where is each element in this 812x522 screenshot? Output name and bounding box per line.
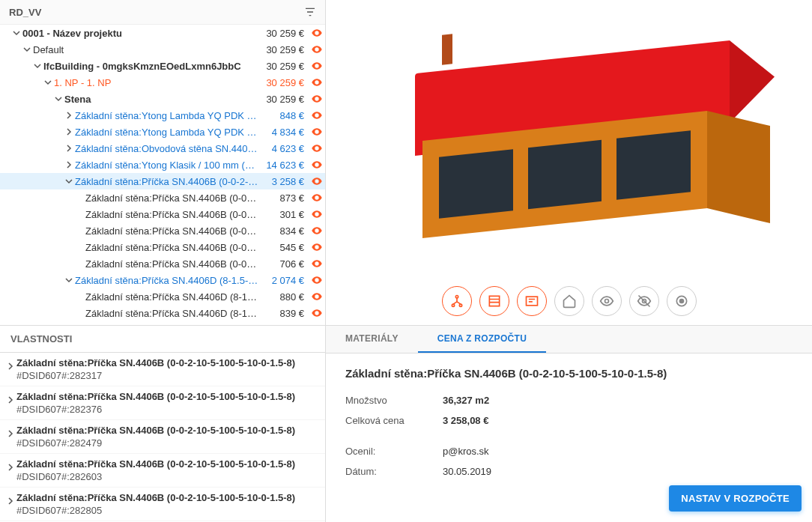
tree-price: 30 259 € xyxy=(262,61,309,72)
tree-row[interactable]: Základní stěna:Příčka SN.4406B (0-0-2-10… xyxy=(0,189,325,206)
tree-spacer xyxy=(73,291,85,303)
chevron-right-icon[interactable] xyxy=(63,126,75,138)
visibility-icon[interactable] xyxy=(309,43,325,56)
chevron-down-icon[interactable] xyxy=(63,175,75,187)
svg-point-6 xyxy=(316,131,318,133)
tree-panel: RD_VV 0001 - Název projektu30 259 €Defau… xyxy=(0,0,326,326)
visibility-icon[interactable] xyxy=(309,290,325,303)
chevron-right-icon[interactable] xyxy=(4,391,16,403)
svg-point-4 xyxy=(316,98,318,100)
properties-header: VLASTNOSTI xyxy=(0,326,325,353)
viewer-canvas[interactable] xyxy=(326,0,812,277)
tool-home-icon[interactable] xyxy=(554,286,584,316)
tree-row[interactable]: Základní stěna:Příčka SN.4406B (0-0-2-10… xyxy=(0,255,325,272)
tree-label: 1. NP - 1. NP xyxy=(54,77,262,88)
visibility-icon[interactable] xyxy=(309,191,325,204)
visibility-icon[interactable] xyxy=(309,59,325,73)
chevron-right-icon[interactable] xyxy=(4,458,16,470)
visibility-icon[interactable] xyxy=(309,26,325,40)
tree-spacer xyxy=(73,241,85,253)
svg-point-0 xyxy=(316,32,318,34)
visibility-icon[interactable] xyxy=(309,158,325,172)
property-row[interactable]: Základní stěna:Příčka SN.4406B (0-0-2-10… xyxy=(0,454,325,488)
tree-row[interactable]: Základní stěna:Ytong Lambda YQ PDK / 450… xyxy=(0,124,325,140)
property-row[interactable]: Základní stěna:Příčka SN.4406B (0-0-2-10… xyxy=(0,386,325,420)
visibility-icon[interactable] xyxy=(309,76,325,89)
svg-point-13 xyxy=(316,246,318,249)
visibility-icon[interactable] xyxy=(309,109,325,122)
tree-spacer xyxy=(73,307,85,319)
tree-row[interactable]: 1. NP - 1. NP30 259 € xyxy=(0,74,325,91)
tree-row[interactable]: Základní stěna:Ytong Klasik / 100 mm (8-… xyxy=(0,157,325,173)
chevron-down-icon[interactable] xyxy=(10,27,22,39)
property-row[interactable]: Základní stěna:Příčka SN.4406B (0-0-2-10… xyxy=(0,353,325,386)
chevron-right-icon[interactable] xyxy=(63,109,75,121)
tree-label: Základní stěna:Obvodová stěna SN.4401E (… xyxy=(75,143,262,154)
property-title: Základní stěna:Příčka SN.4406B (0-0-2-10… xyxy=(16,425,321,437)
svg-point-19 xyxy=(452,304,454,306)
tree-row[interactable]: Základní stěna:Příčka SN.4406B (0-0-2-10… xyxy=(0,239,325,255)
chevron-down-icon[interactable] xyxy=(21,43,33,55)
detail-tabs: MATERIÁLY CENA Z ROZPOČTU xyxy=(326,326,812,353)
svg-point-12 xyxy=(316,230,318,232)
chevron-right-icon[interactable] xyxy=(63,142,75,154)
tree-row[interactable]: Základní stěna:Příčka SN.4406D (8-1.5-0-… xyxy=(0,272,325,288)
tree-row[interactable]: Základní stěna:Ytong Lambda YQ PDK / 450… xyxy=(0,107,325,124)
visibility-icon[interactable] xyxy=(309,125,325,139)
tree-title: RD_VV xyxy=(9,7,41,18)
tree-price: 873 € xyxy=(262,192,309,204)
chevron-down-icon[interactable] xyxy=(63,274,75,286)
visibility-icon[interactable] xyxy=(309,224,325,237)
svg-rect-21 xyxy=(489,296,499,306)
property-row[interactable]: Základní stěna:Příčka SN.4406B (0-0-2-10… xyxy=(0,488,325,521)
tree-row[interactable]: Základní stěna:Obvodová stěna SN.4401E (… xyxy=(0,140,325,157)
chevron-right-icon[interactable] xyxy=(4,492,16,504)
tab-materials[interactable]: MATERIÁLY xyxy=(326,326,418,353)
tool-list-icon[interactable] xyxy=(479,286,509,316)
property-row[interactable]: Základní stěna:Příčka SN.4406B (0-0-2-10… xyxy=(0,420,325,454)
tool-show-icon[interactable] xyxy=(592,286,622,316)
chevron-right-icon[interactable] xyxy=(4,357,16,369)
tree-row[interactable]: Základní stěna:Příčka SN.4406D (8-1.5-0-… xyxy=(0,288,325,305)
tree-label: Základní stěna:Příčka SN.4406D (8-1.5-0-… xyxy=(75,275,262,286)
visibility-icon[interactable] xyxy=(309,207,325,221)
filter-icon[interactable] xyxy=(304,6,316,18)
viewer-panel xyxy=(326,0,812,326)
chevron-right-icon[interactable] xyxy=(4,425,16,437)
tree-row[interactable]: IfcBuilding - 0mgksKmznEOedLxmn6JbbC30 2… xyxy=(0,58,325,74)
tool-detail-icon[interactable] xyxy=(517,286,547,316)
visibility-icon[interactable] xyxy=(309,273,325,287)
visibility-icon[interactable] xyxy=(309,174,325,188)
set-in-budget-button[interactable]: NASTAV V ROZPOČTE xyxy=(669,485,802,512)
tree-row[interactable]: Základní stěna:Příčka SN.4406B (0-0-2-10… xyxy=(0,222,325,239)
tool-target-icon[interactable] xyxy=(667,286,697,316)
total-label: Celková cena xyxy=(345,415,443,426)
tree-price: 880 € xyxy=(262,291,309,303)
tree-row[interactable]: Základní stěna:Příčka SN.4406D (8-1.5-0-… xyxy=(0,305,325,321)
tool-hide-icon[interactable] xyxy=(629,286,659,316)
tree-spacer xyxy=(73,192,85,204)
chevron-right-icon[interactable] xyxy=(63,159,75,171)
tree-row[interactable]: Stena30 259 € xyxy=(0,91,325,107)
chevron-down-icon[interactable] xyxy=(52,93,64,105)
chevron-down-icon[interactable] xyxy=(42,76,54,88)
svg-point-8 xyxy=(316,164,318,166)
tool-tree-icon[interactable] xyxy=(442,286,472,316)
tree-row[interactable]: 0001 - Název projektu30 259 € xyxy=(0,25,325,41)
tree-price: 301 € xyxy=(262,209,309,220)
qty-label: Množstvo xyxy=(345,395,443,406)
tab-budget[interactable]: CENA Z ROZPOČTU xyxy=(418,326,546,353)
visibility-icon[interactable] xyxy=(309,306,325,320)
tree-row[interactable]: Základní stěna:Příčka SN.4406B (0-0-2-10… xyxy=(0,173,325,189)
chevron-down-icon[interactable] xyxy=(31,60,43,72)
tree-price: 2 074 € xyxy=(262,275,309,286)
tree-price: 4 623 € xyxy=(262,143,309,154)
visibility-icon[interactable] xyxy=(309,92,325,106)
svg-point-2 xyxy=(316,65,318,67)
tree-row[interactable]: Základní stěna:Příčka SN.4406B (0-0-2-10… xyxy=(0,206,325,222)
tree-label: Základní stěna:Příčka SN.4406B (0-0-2-10… xyxy=(75,176,262,187)
tree-row[interactable]: Default30 259 € xyxy=(0,41,325,58)
visibility-icon[interactable] xyxy=(309,142,325,155)
visibility-icon[interactable] xyxy=(309,240,325,254)
visibility-icon[interactable] xyxy=(309,257,325,270)
